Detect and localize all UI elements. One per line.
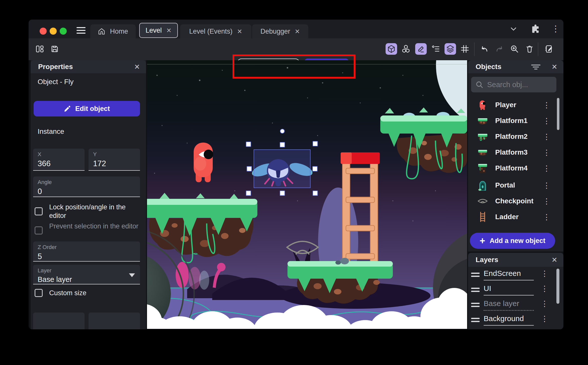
drag-handle-icon[interactable] [471, 318, 480, 324]
resize-handle-bottom-center[interactable] [280, 191, 285, 196]
z-order-field[interactable]: Z Order 5 [33, 241, 140, 262]
layer-row-endscreen[interactable]: EndScreen ⋮ [468, 269, 563, 283]
layer-menu-icon[interactable]: ⋮ [541, 284, 548, 293]
extensions-puzzle-icon[interactable] [531, 24, 540, 35]
tab-close-icon[interactable]: ✕ [166, 27, 172, 34]
y-field[interactable]: Y 172 [89, 149, 140, 171]
layer-menu-icon[interactable]: ⋮ [541, 269, 548, 278]
resize-handle-middle-right[interactable] [312, 166, 318, 171]
layer-row-ui[interactable]: UI ⋮ [468, 284, 563, 298]
drag-handle-icon[interactable] [471, 288, 480, 294]
pencil-icon [64, 105, 71, 112]
item-menu-icon[interactable]: ⋮ [543, 101, 550, 109]
layers-icon[interactable] [445, 43, 456, 55]
object-item-platform4[interactable]: Platform4 ⋮ [468, 161, 563, 175]
item-menu-icon[interactable]: ⋮ [543, 164, 550, 173]
chevron-down-icon[interactable] [509, 25, 518, 34]
layer-menu-icon[interactable]: ⋮ [541, 314, 548, 323]
rotate-handle[interactable] [280, 129, 285, 134]
item-menu-icon[interactable]: ⋮ [543, 132, 550, 141]
resize-handle-middle-left[interactable] [247, 166, 252, 171]
trash-icon[interactable] [524, 43, 535, 55]
search-icon [476, 81, 483, 88]
zoom-in-icon[interactable] [509, 43, 520, 55]
objects-editor-icon[interactable] [386, 43, 397, 55]
object-item-portal[interactable]: Portal ⋮ [468, 178, 563, 192]
properties-pencil-icon[interactable] [415, 43, 427, 55]
object-item-platform1[interactable]: Platform1 ⋮ [468, 114, 563, 128]
hamburger-menu-icon[interactable] [77, 27, 86, 34]
resize-handle-bottom-right[interactable] [313, 191, 318, 196]
drag-handle-icon[interactable] [471, 273, 480, 279]
width-field-partial[interactable] [33, 313, 85, 329]
edit-object-button[interactable]: Edit object [34, 101, 140, 116]
search-input[interactable] [487, 80, 548, 89]
scene-canvas[interactable]: 412;-30 [147, 60, 467, 329]
x-field[interactable]: X 366 [33, 149, 85, 171]
tab-level-events[interactable]: Level (Events) ✕ [180, 24, 251, 38]
layer-menu-icon[interactable]: ⋮ [541, 299, 548, 308]
object-groups-icon[interactable] [400, 43, 412, 55]
player-icon [477, 99, 488, 110]
edit-scene-events-icon[interactable] [543, 43, 555, 55]
object-item-platform2[interactable]: Platform2 ⋮ [468, 130, 563, 144]
toolbar-divider [474, 42, 475, 56]
add-object-button[interactable]: + Add a new object [470, 233, 555, 249]
item-menu-icon[interactable]: ⋮ [543, 181, 550, 190]
layer-row-base-layer[interactable]: Base layer ⋮ [468, 299, 563, 313]
height-field-partial[interactable] [89, 313, 140, 329]
item-menu-icon[interactable]: ⋮ [543, 116, 550, 125]
resize-handle-bottom-left[interactable] [246, 191, 251, 196]
object-item-ladder[interactable]: Ladder ⋮ [468, 210, 563, 224]
layer-dropdown[interactable]: Layer Base layer [33, 265, 140, 284]
y-field-label: Y [93, 151, 140, 158]
layer-row-background[interactable]: Background ⋮ [468, 314, 563, 328]
filter-icon[interactable] [531, 64, 541, 70]
platform-icon [477, 115, 488, 126]
instances-list-icon[interactable] [430, 43, 442, 55]
layout-panels-icon[interactable] [34, 43, 46, 55]
item-menu-icon[interactable]: ⋮ [543, 213, 550, 221]
angle-field[interactable]: Angle 0 [33, 176, 140, 197]
checkpoint-icon [477, 196, 488, 207]
z-order-label: Z Order [38, 244, 140, 251]
save-icon[interactable] [49, 43, 60, 55]
tab-level[interactable]: Level ✕ [139, 23, 178, 38]
object-item-checkpoint[interactable]: Checkpoint ⋮ [468, 194, 563, 208]
panel-title: Properties [38, 63, 73, 71]
close-icon[interactable]: ✕ [134, 63, 140, 71]
object-item-player[interactable]: Player ⋮ [468, 98, 563, 112]
prevent-selection-checkbox[interactable] [35, 226, 43, 234]
tab-debugger[interactable]: Debugger ✕ [252, 24, 308, 38]
layers-panel: Layers ✕ EndScreen ⋮ UI ⋮ Base layer ⋮ B… [468, 253, 563, 329]
toolbar-divider [538, 42, 538, 56]
undo-icon[interactable] [479, 43, 490, 55]
kebab-menu-icon[interactable]: ⋮ [551, 24, 560, 34]
selection-box[interactable] [254, 149, 311, 188]
close-traffic-light[interactable] [40, 28, 47, 35]
close-icon[interactable]: ✕ [552, 63, 557, 71]
close-icon[interactable]: ✕ [552, 256, 557, 264]
resize-handle-top-center[interactable] [280, 142, 285, 147]
item-menu-icon[interactable]: ⋮ [543, 197, 550, 206]
objects-scrollbar[interactable] [557, 98, 559, 130]
layers-scrollbar[interactable] [556, 269, 559, 304]
screen: Home Level ✕ Level (Events) ✕ Debugger ✕… [0, 0, 588, 365]
resize-handle-top-left[interactable] [246, 142, 251, 147]
title-bar: Home Level ✕ Level (Events) ✕ Debugger ✕… [29, 20, 563, 38]
minimize-traffic-light[interactable] [50, 28, 57, 35]
redo-icon[interactable] [494, 43, 505, 55]
prevent-selection-label: Prevent selection in the editor [49, 222, 139, 230]
resize-handle-top-right[interactable] [313, 141, 318, 146]
tab-close-icon[interactable]: ✕ [237, 28, 242, 35]
item-menu-icon[interactable]: ⋮ [543, 148, 550, 157]
tab-close-icon[interactable]: ✕ [295, 28, 300, 35]
drag-handle-icon[interactable] [471, 303, 480, 309]
object-item-platform3[interactable]: Platform3 ⋮ [468, 145, 563, 159]
custom-size-checkbox[interactable] [35, 289, 43, 297]
lock-position-checkbox[interactable] [35, 207, 43, 215]
maximize-traffic-light[interactable] [60, 28, 67, 35]
grid-icon[interactable] [459, 43, 471, 55]
tab-home[interactable]: Home [90, 24, 136, 38]
search-box[interactable] [471, 77, 556, 92]
